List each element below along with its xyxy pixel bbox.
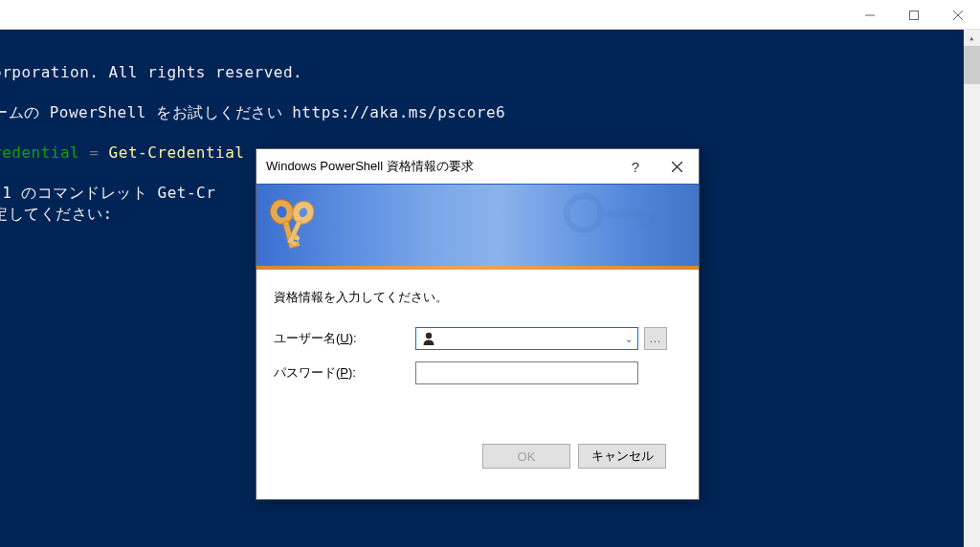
dialog-close-button[interactable] [655,149,699,184]
scrollbar-up-icon[interactable]: ▴ [964,30,980,46]
dialog-banner [256,184,699,270]
dialog-titlebar: Windows PowerShell 資格情報の要求 ? [256,149,699,184]
svg-point-20 [426,333,432,339]
username-label: ユーザー名(U): [274,330,415,347]
svg-point-6 [567,196,601,230]
terminal-line: orporation. All rights reserved. [0,62,964,83]
credential-dialog: Windows PowerShell 資格情報の要求 ? [256,148,700,500]
svg-rect-9 [649,210,656,224]
minimize-button[interactable] [848,0,892,30]
window-titlebar [0,0,980,30]
username-input[interactable]: ⌄ [415,327,638,350]
svg-rect-1 [910,11,919,19]
dropdown-arrow-icon[interactable]: ⌄ [620,328,637,349]
close-button[interactable] [936,0,980,30]
dialog-instruction-text: 資格情報を入力してください。 [274,289,681,306]
ok-button[interactable]: OK [482,444,570,469]
cancel-button[interactable]: キャンセル [578,444,666,469]
password-label: パスワード(P): [274,364,415,382]
maximize-button[interactable] [892,0,936,30]
browse-button[interactable]: ... [644,327,667,350]
key-background-icon [555,189,670,266]
svg-rect-8 [639,210,646,228]
scrollbar-thumb[interactable] [964,46,980,84]
username-field[interactable] [441,332,620,346]
terminal-line: ームの PowerShell をお試しください https://aka.ms/p… [0,102,964,123]
main-window: orporation. All rights reserved. ームの Pow… [0,0,980,547]
keys-icon [268,194,325,256]
dialog-title: Windows PowerShell 資格情報の要求 [266,158,616,175]
vertical-scrollbar[interactable]: ▴ [964,30,980,547]
password-input[interactable] [415,361,638,384]
dialog-help-button[interactable]: ? [616,159,655,175]
user-icon [420,330,437,347]
